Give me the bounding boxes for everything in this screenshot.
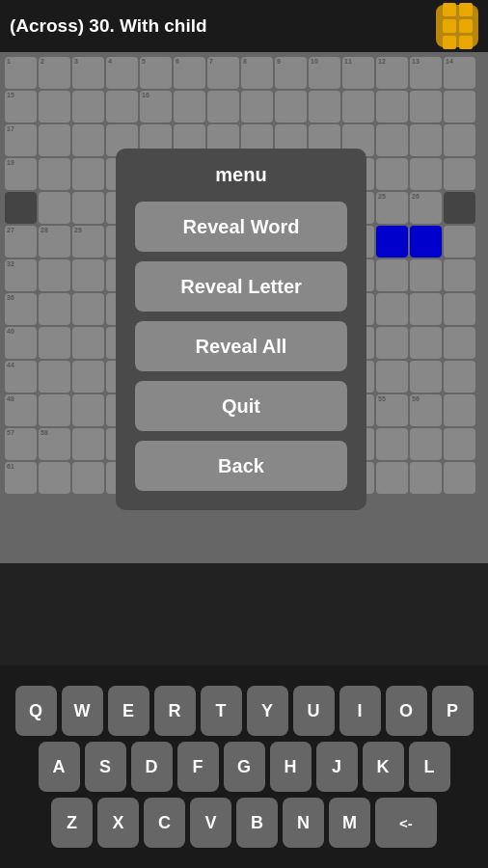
- grid-cell[interactable]: 7: [207, 57, 239, 89]
- grid-cell[interactable]: [275, 91, 307, 122]
- grid-cell[interactable]: 6: [174, 57, 205, 89]
- grid-cell[interactable]: 12: [376, 57, 408, 89]
- grid-cell[interactable]: [410, 327, 442, 359]
- grid-cell[interactable]: 48: [5, 394, 37, 426]
- grid-cell[interactable]: 32: [5, 259, 37, 291]
- back-button[interactable]: Back: [135, 441, 347, 491]
- grid-cell[interactable]: [444, 259, 475, 291]
- grid-cell[interactable]: [410, 462, 442, 494]
- grid-cell[interactable]: 40: [5, 327, 37, 359]
- key-s[interactable]: S: [85, 742, 126, 792]
- key-c[interactable]: C: [144, 798, 185, 848]
- key-y[interactable]: Y: [247, 686, 288, 736]
- grid-cell[interactable]: [376, 428, 408, 460]
- key-n[interactable]: N: [283, 798, 324, 848]
- grid-cell[interactable]: 61: [5, 462, 37, 494]
- key-b[interactable]: B: [236, 798, 278, 848]
- key-e[interactable]: E: [108, 686, 149, 736]
- grid-cell[interactable]: [376, 327, 408, 359]
- key-a[interactable]: A: [39, 742, 80, 792]
- grid-cell[interactable]: [410, 124, 442, 156]
- key-o[interactable]: O: [386, 686, 427, 736]
- grid-cell[interactable]: [376, 293, 408, 325]
- grid-cell[interactable]: 58: [39, 428, 70, 460]
- grid-cell[interactable]: 13: [410, 57, 442, 89]
- grid-cell[interactable]: [39, 327, 70, 359]
- key-p[interactable]: P: [432, 686, 474, 736]
- grid-cell[interactable]: 15: [5, 91, 37, 122]
- grid-cell[interactable]: [72, 192, 104, 224]
- grid-cell[interactable]: [309, 91, 340, 122]
- grid-cell[interactable]: 5: [140, 57, 172, 89]
- grid-cell[interactable]: [444, 124, 475, 156]
- grid-cell[interactable]: 55: [376, 394, 408, 426]
- key-t[interactable]: T: [201, 686, 242, 736]
- grid-cell[interactable]: [444, 394, 475, 426]
- grid-cell[interactable]: 10: [309, 57, 340, 89]
- key-k[interactable]: K: [363, 742, 404, 792]
- grid-cell[interactable]: 44: [5, 361, 37, 393]
- grid-cell[interactable]: [72, 428, 104, 460]
- grid-cell[interactable]: [72, 394, 104, 426]
- grid-cell[interactable]: [410, 428, 442, 460]
- grid-cell[interactable]: [39, 259, 70, 291]
- grid-cell[interactable]: [207, 91, 239, 122]
- reveal-word-button[interactable]: Reveal Word: [135, 202, 347, 252]
- grid-cell[interactable]: 4: [106, 57, 138, 89]
- grid-cell[interactable]: [444, 462, 475, 494]
- grid-cell[interactable]: 9: [275, 57, 307, 89]
- reveal-letter-button[interactable]: Reveal Letter: [135, 261, 347, 312]
- grid-cell[interactable]: [410, 259, 442, 291]
- reveal-all-button[interactable]: Reveal All: [135, 321, 347, 371]
- grid-cell[interactable]: [241, 91, 273, 122]
- grid-cell[interactable]: [376, 124, 408, 156]
- grid-cell[interactable]: [72, 158, 104, 190]
- grid-cell[interactable]: 17: [5, 124, 37, 156]
- grid-cell[interactable]: [72, 327, 104, 359]
- grid-cell[interactable]: 2: [39, 57, 70, 89]
- key-j[interactable]: J: [316, 742, 358, 792]
- key-v[interactable]: V: [190, 798, 231, 848]
- key-z[interactable]: Z: [51, 798, 93, 848]
- grid-cell[interactable]: 27: [5, 226, 37, 258]
- grid-cell[interactable]: [444, 327, 475, 359]
- grid-cell[interactable]: [72, 361, 104, 393]
- grid-cell[interactable]: 11: [342, 57, 374, 89]
- grid-cell[interactable]: [72, 124, 104, 156]
- grid-cell[interactable]: [376, 158, 408, 190]
- key-l[interactable]: L: [409, 742, 450, 792]
- key-u[interactable]: U: [293, 686, 335, 736]
- grid-cell[interactable]: [376, 259, 408, 291]
- grid-cell[interactable]: 36: [5, 293, 37, 325]
- grid-cell[interactable]: [444, 158, 475, 190]
- grid-cell[interactable]: 26: [410, 192, 442, 224]
- key-g[interactable]: G: [224, 742, 265, 792]
- grid-cell[interactable]: 25: [376, 192, 408, 224]
- grid-cell[interactable]: [444, 293, 475, 325]
- grid-cell[interactable]: [410, 158, 442, 190]
- key-f[interactable]: F: [177, 742, 219, 792]
- grid-cell[interactable]: [39, 158, 70, 190]
- grid-cell[interactable]: 8: [241, 57, 273, 89]
- grid-cell-blue[interactable]: [376, 226, 408, 258]
- grid-cell[interactable]: [72, 259, 104, 291]
- grid-icon-button[interactable]: [436, 5, 478, 47]
- grid-cell[interactable]: [39, 361, 70, 393]
- grid-cell[interactable]: 29: [72, 226, 104, 258]
- grid-cell[interactable]: [376, 91, 408, 122]
- grid-cell[interactable]: [39, 293, 70, 325]
- grid-cell[interactable]: [174, 91, 205, 122]
- key-r[interactable]: R: [154, 686, 196, 736]
- key-h[interactable]: H: [270, 742, 312, 792]
- grid-cell[interactable]: 19: [5, 158, 37, 190]
- grid-cell[interactable]: [376, 361, 408, 393]
- grid-cell[interactable]: [106, 91, 138, 122]
- grid-cell[interactable]: [444, 428, 475, 460]
- grid-cell[interactable]: 1: [5, 57, 37, 89]
- grid-cell[interactable]: 56: [410, 394, 442, 426]
- grid-cell[interactable]: [72, 91, 104, 122]
- grid-cell[interactable]: [444, 226, 475, 258]
- grid-cell[interactable]: 16: [140, 91, 172, 122]
- quit-button[interactable]: Quit: [135, 381, 347, 431]
- grid-cell[interactable]: [410, 361, 442, 393]
